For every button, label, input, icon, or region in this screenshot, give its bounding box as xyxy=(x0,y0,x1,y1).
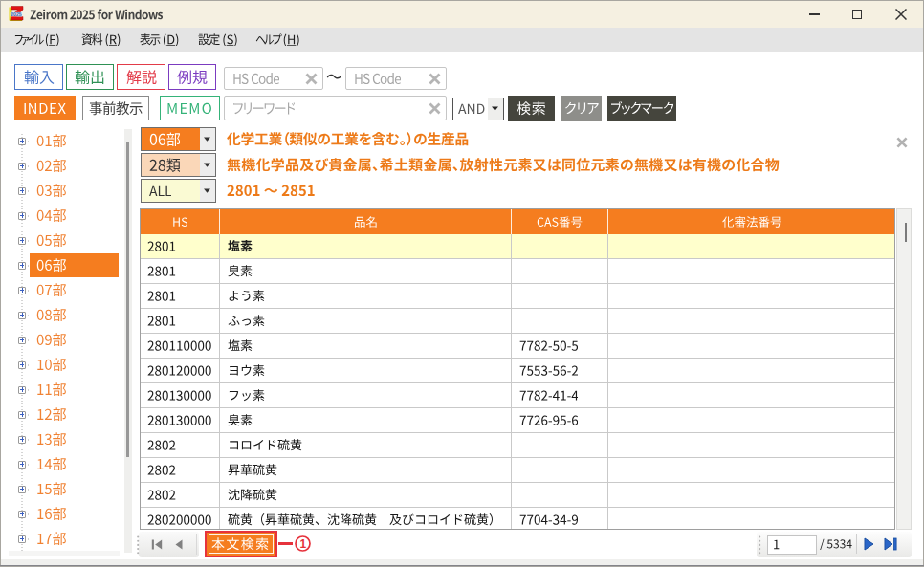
svg-text:1: 1 xyxy=(299,537,306,551)
